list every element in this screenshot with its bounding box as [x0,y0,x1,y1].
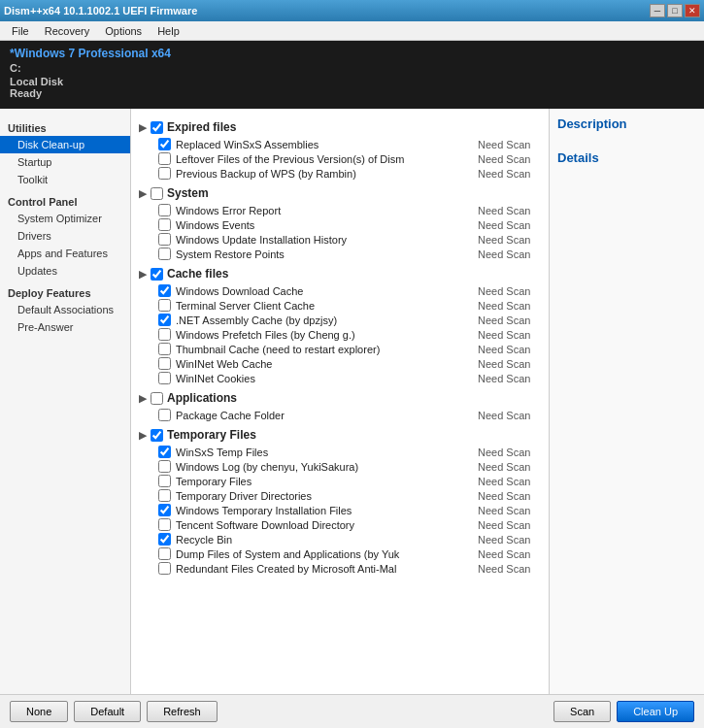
item-net-assembly-status: Need Scan [478,314,541,326]
disk-label: Local Disk [10,76,694,87]
item-recycle-bin-label: Recycle Bin [176,534,474,546]
none-button[interactable]: None [10,701,68,722]
item-restore-points-checkbox[interactable] [158,248,171,260]
list-item: Windows Update Installation History Need… [139,232,541,247]
info-bar: *Windows 7 Professional x64 C: Local Dis… [0,41,704,109]
item-previous-backup-checkbox[interactable] [158,167,171,180]
list-item: .NET Assembly Cache (by dpzjsy) Need Sca… [139,313,541,327]
system-arrow[interactable]: ▶ [139,187,147,200]
list-item: WinSxS Temp Files Need Scan [139,445,541,459]
item-prefetch-checkbox[interactable] [158,328,171,341]
item-wininet-cookies-checkbox[interactable] [158,372,171,384]
item-thumbnail-label: Thumbnail Cache (need to restart explore… [176,344,474,355]
item-redundant-files-checkbox[interactable] [158,562,171,575]
sidebar-item-pre-answer[interactable]: Pre-Answer [0,318,130,336]
cache-files-arrow[interactable]: ▶ [139,268,147,281]
list-item: Previous Backup of WPS (by Rambin) Need … [139,166,541,181]
item-update-history-label: Windows Update Installation History [176,234,474,246]
expired-files-arrow[interactable]: ▶ [139,121,147,134]
applications-label: Applications [167,391,237,405]
item-driver-dirs-checkbox[interactable] [158,489,171,502]
menu-help[interactable]: Help [150,23,187,39]
item-package-cache-checkbox[interactable] [158,409,171,421]
sidebar-item-system-optimizer[interactable]: System Optimizer [0,210,130,227]
temp-files-arrow[interactable]: ▶ [139,429,147,442]
applications-checkbox[interactable] [151,392,163,405]
item-update-history-checkbox[interactable] [158,233,171,246]
sidebar-item-disk-cleanup[interactable]: Disk Clean-up [0,136,130,153]
list-item: Windows Error Report Need Scan [139,203,541,217]
system-label: System [167,186,209,200]
item-tencent-checkbox[interactable] [158,518,171,531]
item-windows-events-label: Windows Events [176,219,474,231]
item-windows-events-status: Need Scan [478,219,541,231]
list-item: System Restore Points Need Scan [139,247,541,261]
item-dump-files-status: Need Scan [478,548,541,560]
item-win-temp-install-status: Need Scan [478,505,541,516]
sidebar-item-default-associations[interactable]: Default Associations [0,301,130,318]
item-ts-client-cache-checkbox[interactable] [158,299,171,312]
sidebar-section-deploy-features: Deploy Features [0,283,130,301]
item-previous-backup-status: Need Scan [478,168,541,180]
description-panel: Description Details [549,109,704,694]
menu-file[interactable]: File [4,23,37,39]
temp-files-checkbox[interactable] [151,429,163,442]
item-replaced-winsxs-checkbox[interactable] [158,138,171,150]
list-item: Tencent Software Download Directory Need… [139,517,541,532]
item-win-temp-install-checkbox[interactable] [158,504,171,516]
sidebar-item-updates[interactable]: Updates [0,262,130,280]
sidebar-item-startup[interactable]: Startup [0,153,130,171]
item-temp-files-status: Need Scan [478,476,541,487]
item-download-cache-status: Need Scan [478,285,541,297]
close-button[interactable]: ✕ [685,4,700,17]
item-winsxs-temp-label: WinSxS Temp Files [176,447,474,458]
item-dump-files-checkbox[interactable] [158,547,171,560]
applications-arrow[interactable]: ▶ [139,392,147,405]
item-temp-files-label: Temporary Files [176,476,474,487]
item-temp-files-checkbox[interactable] [158,475,171,487]
cache-files-checkbox[interactable] [151,268,163,281]
default-button[interactable]: Default [74,701,141,722]
status-label: Ready [10,87,694,99]
refresh-button[interactable]: Refresh [147,701,218,722]
scan-button[interactable]: Scan [553,701,611,722]
list-item: Package Cache Folder Need Scan [139,408,541,422]
item-windows-log-checkbox[interactable] [158,460,171,473]
sidebar-section-control-panel: Control Panel [0,192,130,210]
item-download-cache-checkbox[interactable] [158,284,171,297]
menu-recovery[interactable]: Recovery [37,23,97,39]
maximize-button[interactable]: □ [667,4,683,17]
bottom-right-buttons: Scan Clean Up [553,701,694,722]
item-wininet-web-label: WinINet Web Cache [176,358,474,370]
list-item: Thumbnail Cache (need to restart explore… [139,342,541,356]
item-windows-log-status: Need Scan [478,461,541,473]
system-checkbox[interactable] [151,187,163,200]
list-item: WinINet Web Cache Need Scan [139,356,541,371]
item-recycle-bin-checkbox[interactable] [158,533,171,546]
item-ts-client-cache-status: Need Scan [478,300,541,312]
item-leftover-checkbox[interactable] [158,152,171,165]
item-winsxs-temp-checkbox[interactable] [158,446,171,458]
list-item: Windows Log (by chenyu, YukiSakura) Need… [139,459,541,474]
expired-files-checkbox[interactable] [151,121,163,134]
item-wininet-cookies-label: WinINet Cookies [176,373,474,384]
item-redundant-files-label: Redundant Files Created by Microsoft Ant… [176,563,474,575]
cleanup-button[interactable]: Clean Up [617,701,694,722]
sidebar-item-toolkit[interactable]: Toolkit [0,171,130,188]
item-restore-points-label: System Restore Points [176,248,474,260]
list-item: Windows Download Cache Need Scan [139,283,541,298]
item-wininet-web-checkbox[interactable] [158,357,171,370]
item-thumbnail-checkbox[interactable] [158,343,171,355]
item-error-report-checkbox[interactable] [158,204,171,216]
item-leftover-status: Need Scan [478,153,541,165]
main-area: Utilities Disk Clean-up Startup Toolkit … [0,109,704,694]
item-driver-dirs-status: Need Scan [478,490,541,502]
minimize-button[interactable]: ─ [650,4,665,17]
item-net-assembly-checkbox[interactable] [158,314,171,326]
menu-options[interactable]: Options [97,23,150,39]
item-windows-events-checkbox[interactable] [158,218,171,231]
sidebar-item-drivers[interactable]: Drivers [0,227,130,245]
list-item: Dump Files of System and Applications (b… [139,546,541,561]
list-item: Temporary Files Need Scan [139,474,541,488]
sidebar-item-apps-features[interactable]: Apps and Features [0,245,130,262]
